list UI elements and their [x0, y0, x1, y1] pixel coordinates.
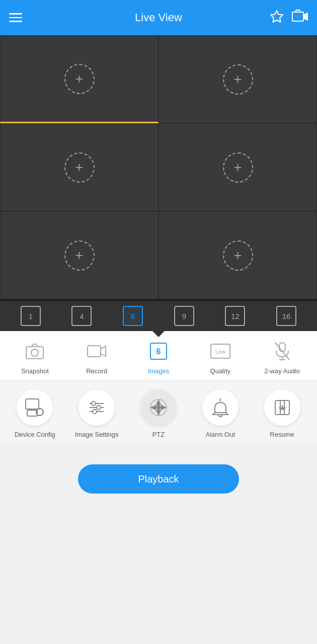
- svg-rect-1: [292, 12, 303, 21]
- quality-icon: Low: [208, 339, 232, 363]
- alarm-out-label: Alarm Out: [206, 431, 235, 438]
- add-camera-icon-3: +: [64, 152, 95, 183]
- snapshot-button[interactable]: Snapshot: [15, 339, 55, 375]
- page-title: Live View: [135, 11, 182, 24]
- images-icon: 6: [146, 339, 171, 363]
- favorite-icon[interactable]: [270, 9, 284, 27]
- two-way-audio-button[interactable]: 2-way Audio: [262, 339, 302, 375]
- svg-marker-33: [156, 400, 161, 405]
- image-settings-button[interactable]: Image Settings: [71, 389, 122, 438]
- layout-btn-9[interactable]: 9: [174, 306, 194, 326]
- switch-camera-icon[interactable]: [292, 10, 308, 26]
- add-camera-icon-6: +: [223, 240, 253, 271]
- camera-cell-4[interactable]: +: [158, 123, 317, 211]
- alarm-out-icon: [202, 389, 239, 426]
- layout-selector: 1 4 6 9 12 16: [0, 301, 317, 331]
- svg-marker-2: [303, 13, 307, 20]
- images-label: Images: [148, 367, 170, 375]
- svg-marker-36: [162, 406, 166, 410]
- svg-point-37: [156, 406, 161, 410]
- camera-cell-6[interactable]: +: [158, 211, 317, 299]
- layout-btn-1[interactable]: 1: [21, 306, 41, 326]
- svg-marker-0: [271, 11, 283, 22]
- image-settings-label: Image Settings: [75, 431, 119, 438]
- quality-label: Quality: [210, 367, 230, 375]
- playback-section: Playback: [0, 444, 317, 620]
- resume-icon: [264, 389, 300, 426]
- svg-point-31: [93, 410, 97, 414]
- svg-rect-9: [88, 346, 101, 357]
- app-header: Live View: [0, 0, 317, 35]
- two-way-audio-icon: [270, 339, 294, 363]
- layout-btn-6[interactable]: 6: [123, 306, 143, 326]
- layout-btn-16[interactable]: 16: [276, 306, 296, 326]
- two-way-audio-label: 2-way Audio: [264, 367, 300, 375]
- ptz-button[interactable]: PTZ: [133, 389, 184, 438]
- resume-button[interactable]: Resume: [257, 389, 307, 438]
- svg-rect-15: [279, 343, 285, 352]
- svg-point-30: [97, 406, 101, 410]
- camera-grid: + + + + + +: [0, 35, 317, 301]
- alarm-out-button[interactable]: Alarm Out: [195, 389, 246, 438]
- svg-text:6: 6: [156, 347, 161, 356]
- add-camera-icon-2: +: [223, 64, 253, 95]
- svg-marker-10: [101, 346, 106, 356]
- image-settings-icon: [78, 389, 115, 426]
- controls-row-1: Snapshot Record 6 Images Low Quali: [0, 331, 317, 380]
- camera-cell-3[interactable]: +: [0, 123, 158, 211]
- snapshot-icon: [23, 339, 47, 363]
- quality-button[interactable]: Low Quality: [200, 339, 241, 375]
- svg-marker-35: [151, 406, 155, 410]
- device-config-button[interactable]: Device Config: [10, 389, 60, 438]
- add-camera-icon-1: +: [64, 64, 95, 94]
- device-config-label: Device Config: [15, 431, 55, 438]
- svg-rect-7: [26, 347, 43, 359]
- camera-cell-2[interactable]: +: [158, 35, 317, 123]
- ptz-label: PTZ: [152, 431, 165, 438]
- layout-btn-12[interactable]: 12: [225, 306, 245, 326]
- record-button[interactable]: Record: [76, 339, 117, 375]
- svg-point-8: [31, 349, 38, 356]
- svg-text:Low: Low: [215, 349, 225, 355]
- playback-button[interactable]: Playback: [78, 464, 239, 494]
- svg-marker-34: [156, 411, 161, 415]
- device-config-icon: [17, 389, 53, 426]
- add-camera-icon-4: +: [223, 152, 253, 183]
- add-camera-icon-5: +: [64, 240, 95, 271]
- images-button[interactable]: 6 Images: [138, 339, 179, 375]
- menu-icon[interactable]: [9, 13, 22, 22]
- controls-row-2: Device Config Image Settings: [0, 380, 317, 444]
- camera-cell-1[interactable]: +: [0, 35, 158, 123]
- record-icon: [85, 339, 109, 363]
- record-label: Record: [86, 367, 107, 375]
- svg-rect-19: [26, 399, 39, 409]
- bottom-area: Playback: [0, 444, 317, 644]
- snapshot-label: Snapshot: [21, 367, 49, 375]
- layout-arrow: [151, 330, 166, 337]
- ptz-icon: [140, 389, 177, 426]
- layout-btn-4[interactable]: 4: [71, 306, 92, 326]
- resume-label: Resume: [270, 431, 294, 438]
- camera-cell-5[interactable]: +: [0, 211, 158, 299]
- svg-rect-20: [27, 410, 37, 416]
- svg-point-29: [92, 401, 96, 406]
